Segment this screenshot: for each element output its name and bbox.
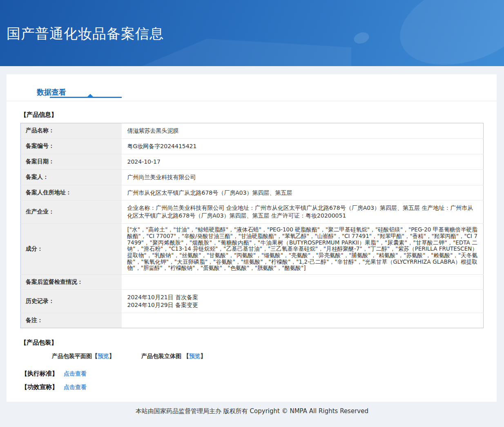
section-title-packaging: 【产品包装】 — [20, 339, 497, 347]
packaging-3d-preview-link[interactable]: 预览 — [189, 353, 201, 359]
row-label: 历史记录： — [21, 289, 122, 313]
packaging-flat-item: 产品包装平面图【预览】 — [52, 353, 115, 360]
row-value — [122, 313, 484, 328]
page-header: 国产普通化妆品备案信息 — [0, 0, 504, 66]
content-card: 数据查看 【产品信息】 产品名称： 倩滋紫苏去黑头泥膜 备案编号： 粤G妆网备字… — [7, 74, 497, 402]
row-value: 广州尚兰美业科技有限公司 — [122, 169, 484, 185]
section-title-efficacy-claim: 【功效宣称】 — [21, 383, 58, 391]
table-row: 备案后监督检查情况： — [21, 274, 484, 289]
page-title: 国产普通化妆品备案信息 — [7, 24, 164, 43]
packaging-flat-preview-link[interactable]: 预览 — [98, 353, 109, 359]
table-row: 备案编号： 粤G妆网备字2024415421 — [21, 138, 484, 154]
row-value — [122, 274, 484, 289]
packaging-3d-item: 产品包装立体图 【预览】 — [141, 353, 206, 360]
bracket-close: 】 — [109, 353, 115, 359]
header-decoration-dot — [352, 31, 370, 45]
table-row: 备案人： 广州尚兰美业科技有限公司 — [21, 169, 484, 185]
row-label: 备案编号： — [21, 138, 122, 154]
row-label: 备案日期： — [21, 154, 122, 169]
row-value: 广州市从化区太平镇广从北路678号（厂房A03）第四层、第五层 — [122, 185, 484, 200]
table-row: 产品名称： 倩滋紫苏去黑头泥膜 — [21, 123, 484, 139]
section-title-product-info: 【产品信息】 — [20, 111, 497, 119]
row-label: 备案人住所地址： — [21, 185, 122, 200]
execution-standard-row: 【执行标准】点击查看 — [21, 370, 497, 378]
section-title-execution-standard: 【执行标准】 — [21, 370, 58, 377]
tab-bar: 数据查看 — [7, 74, 497, 101]
row-value: 2024-10-17 — [122, 154, 484, 169]
table-row: 备注： — [21, 313, 484, 328]
row-value: 企业名称：广州尚兰美业科技有限公司 企业地址：广州市从化区太平镇广从北路678号… — [122, 200, 484, 224]
table-row: 备案日期： 2024-10-17 — [21, 154, 484, 169]
row-value: 粤G妆网备字2024415421 — [122, 138, 484, 154]
row-label: 备案后监督检查情况： — [21, 274, 122, 289]
row-label: 成分： — [21, 224, 122, 275]
table-row-ingredients: 成分： ["水"，"高岭土"，"甘油"，"鲸蜡硬脂醇"，"液体石蜡"，"PEG-… — [21, 224, 484, 275]
row-label: 备案人： — [21, 169, 122, 185]
tab-data-view[interactable]: 数据查看 — [37, 87, 66, 97]
row-value: ["水"，"高岭土"，"甘油"，"鲸蜡硬脂醇"，"液体石蜡"，"PEG-100 … — [122, 224, 484, 275]
table-row: 生产企业： 企业名称：广州尚兰美业科技有限公司 企业地址：广州市从化区太平镇广从… — [21, 200, 484, 224]
header-decoration-ellipse — [389, 0, 504, 66]
bracket-open: 【 — [183, 353, 189, 359]
tab-active-indicator-icon — [87, 94, 93, 97]
row-value: 2024年10月21日 首次备案 2024年10月29日 备案变更 — [122, 289, 484, 313]
tab-data-view-label: 数据查看 — [37, 88, 66, 96]
row-value: 倩滋紫苏去黑头泥膜 — [122, 123, 484, 139]
header-decoration-polygon — [139, 39, 351, 66]
product-info-table: 产品名称： 倩滋紫苏去黑头泥膜 备案编号： 粤G妆网备字2024415421 备… — [20, 123, 484, 328]
packaging-flat-label: 产品包装平面图 — [52, 353, 92, 359]
efficacy-claim-row: 【功效宣称】点击查看 — [21, 383, 497, 391]
packaging-links-row: 产品包装平面图【预览】 产品包装立体图 【预览】 — [52, 353, 497, 360]
row-label: 生产企业： — [21, 200, 122, 224]
table-row: 历史记录： 2024年10月21日 首次备案 2024年10月29日 备案变更 — [21, 289, 484, 313]
bracket-open: 【 — [92, 353, 98, 359]
row-label: 备注： — [21, 313, 122, 328]
packaging-3d-label: 产品包装立体图 — [141, 353, 183, 359]
efficacy-claim-view-link[interactable]: 点击查看 — [64, 384, 87, 390]
page-footer: 本站由国家药品监督管理局主办 版权所有 Copyright © NMPA All… — [0, 402, 504, 427]
tab-active-underline — [50, 97, 122, 98]
table-row: 备案人住所地址： 广州市从化区太平镇广从北路678号（厂房A03）第四层、第五层 — [21, 185, 484, 200]
row-label: 产品名称： — [21, 123, 122, 139]
execution-standard-view-link[interactable]: 点击查看 — [64, 370, 87, 377]
bracket-close: 】 — [201, 353, 206, 359]
